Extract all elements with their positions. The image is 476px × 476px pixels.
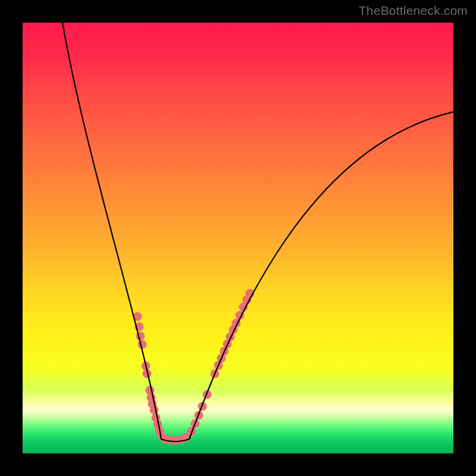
data-marker xyxy=(150,406,159,415)
curve-svg xyxy=(23,23,453,453)
marker-layer xyxy=(133,289,255,445)
bottleneck-curve xyxy=(62,23,453,441)
plot-area xyxy=(23,23,453,453)
data-marker xyxy=(138,340,147,349)
watermark-text: TheBottleneck.com xyxy=(359,4,468,18)
chart-frame: TheBottleneck.com xyxy=(0,0,476,476)
